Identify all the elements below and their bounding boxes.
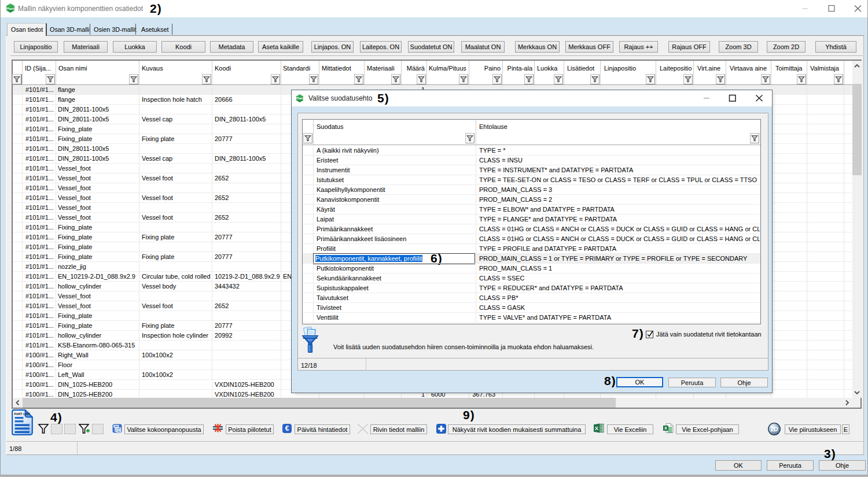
svg-text:X: X	[664, 426, 668, 431]
svg-text:€: €	[285, 424, 289, 432]
svg-text:2D: 2D	[770, 426, 778, 432]
svg-text:Plant: Plant	[296, 97, 303, 100]
svg-text:PART LIST: PART LIST	[14, 412, 30, 416]
svg-text:Plant: Plant	[6, 7, 14, 10]
svg-text:X: X	[595, 425, 599, 431]
